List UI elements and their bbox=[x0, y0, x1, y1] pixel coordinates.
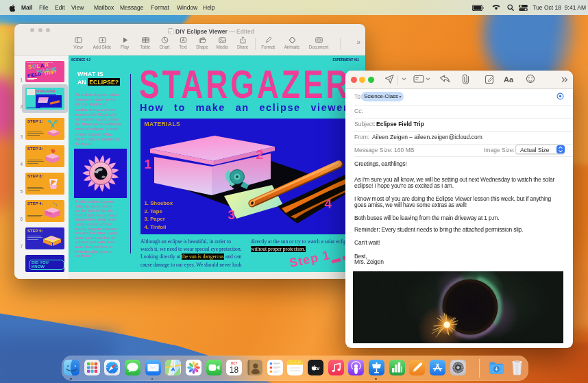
svg-text:18: 18 bbox=[230, 365, 239, 375]
svg-text:tv: tv bbox=[315, 365, 320, 371]
